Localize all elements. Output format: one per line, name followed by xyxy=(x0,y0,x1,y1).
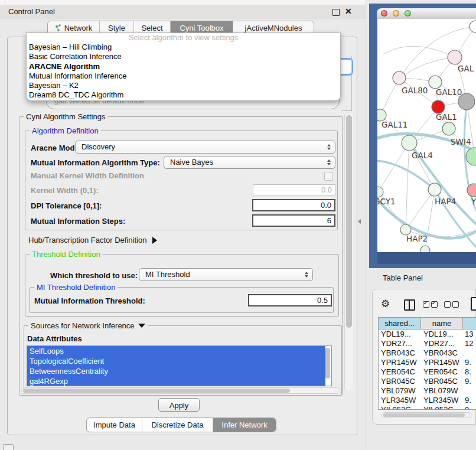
node-HAP4[interactable] xyxy=(428,183,441,196)
horizontal-scrollbar[interactable] xyxy=(21,387,340,394)
panel-title: Control Panel xyxy=(8,7,55,16)
tab-infer-network[interactable]: Infer Network xyxy=(213,418,276,432)
attributes-scrollbar-thumb[interactable] xyxy=(325,348,330,379)
minimize-window-icon[interactable] xyxy=(393,10,399,17)
table-row[interactable]: YLR345WYLR345W9. xyxy=(379,396,476,405)
deselect-all-checkbox-icon[interactable] xyxy=(452,301,459,308)
node-label-gal10: GAL10 xyxy=(436,87,462,97)
column-header-hidden[interactable] xyxy=(463,318,476,329)
deselect-all-checkbox-icon[interactable] xyxy=(444,301,451,308)
network-edge[interactable] xyxy=(378,143,409,192)
attribute-item-selfloops[interactable]: SelfLoops xyxy=(27,346,325,356)
network-edge[interactable] xyxy=(406,143,409,230)
settings-group-title: Cyni Algorithm Settings xyxy=(24,112,107,121)
attribute-item-topologicalcoefficient[interactable]: TopologicalCoefficient xyxy=(27,356,325,366)
table-row[interactable]: YPR145WYPR145W9. xyxy=(379,358,476,367)
column-header-shared[interactable]: shared... xyxy=(379,318,421,329)
select-all-checkbox-icon[interactable] xyxy=(431,301,438,308)
aracne-mode-label: Aracne Mode: xyxy=(31,142,81,154)
column-header-name[interactable]: name xyxy=(421,318,463,329)
select-all-checkbox-icon[interactable] xyxy=(423,301,429,308)
close-icon[interactable]: ✕ xyxy=(345,6,352,16)
network-edge[interactable] xyxy=(406,190,435,230)
settings-scrollbar[interactable] xyxy=(344,114,353,390)
dropdown-item-mutual-information-inference[interactable]: Mutual Information Inference xyxy=(27,71,340,81)
chevron-right-icon xyxy=(152,237,157,244)
dropdown-item-bayesian-k2[interactable]: Bayesian – K2 xyxy=(27,81,340,90)
tab-label: Select xyxy=(141,24,162,32)
kernel-width-field[interactable]: 0.0 xyxy=(253,184,335,196)
table-body: YDL19...YDL19...13YDR27...YDR27...12YBR0… xyxy=(379,330,476,410)
table-scrollbar[interactable] xyxy=(382,412,471,418)
table-row[interactable]: YBR043CYBR043C xyxy=(379,348,476,358)
stepper-icon xyxy=(327,144,331,150)
table-row[interactable]: YIL052CYIL052C0. xyxy=(379,405,476,410)
node-SWI4[interactable] xyxy=(466,148,476,165)
node-GAL80[interactable] xyxy=(393,71,406,84)
node-label-gal11: GAL11 xyxy=(382,120,407,129)
hub-definition-toggle[interactable]: Hub/Transcription Factor Definition xyxy=(28,235,157,246)
table-scrollbar-thumb[interactable] xyxy=(383,413,465,417)
node-bottom[interactable] xyxy=(420,246,430,252)
attribute-item-gal4rgexp[interactable]: gal4RGexp xyxy=(27,376,325,386)
node-gal-pink[interactable] xyxy=(448,50,462,64)
tab-discretize-data[interactable]: Discretize Data xyxy=(142,418,213,432)
node-label-gal4: GAL4 xyxy=(412,151,433,160)
node-label-hap4: HAP4 xyxy=(435,197,456,206)
gear-icon[interactable]: ⚙ xyxy=(381,298,390,310)
dropdown-item-dream8-dc-tdc-algorithm[interactable]: Dream8 DC_TDC Algorithm xyxy=(27,90,340,100)
algorithm-dropdown-popup: Select algorithm to view settings Bayesi… xyxy=(26,32,341,101)
panel-resize-arrow-icon[interactable] xyxy=(358,219,361,224)
node-GCY1[interactable] xyxy=(377,187,383,197)
network-canvas[interactable]: GALGAL80GAL10GAL1GAL11SWI4GAL4GCY1HAP4YH… xyxy=(377,19,476,252)
attribute-item-betweennesscentrality[interactable]: BetweennessCentrality xyxy=(27,366,325,376)
data-attributes-label: Data Attributes xyxy=(27,334,82,344)
mi-type-select[interactable]: Naive Bayes xyxy=(164,156,335,169)
table-row[interactable]: YDR27...YDR27...12 xyxy=(379,339,476,348)
which-threshold-select[interactable]: MI Threshold xyxy=(139,268,313,281)
dpi-tolerance-label: DPI Tolerance [0,1]: xyxy=(31,201,102,211)
node-GAL4[interactable] xyxy=(402,135,417,151)
dropdown-item-basic-correlation-inference[interactable]: Basic Correlation Inference xyxy=(27,52,340,61)
node-GAL1[interactable] xyxy=(442,122,455,135)
table-cell: YBR045C xyxy=(379,377,421,386)
node-GAL10[interactable] xyxy=(429,76,442,89)
mi-steps-label: Mutual Information Steps: xyxy=(31,216,125,227)
chevron-down-icon xyxy=(138,324,145,328)
aracne-mode-select[interactable]: Discovery xyxy=(75,141,335,154)
threshold-definition-title: Threshold Definition xyxy=(30,250,103,259)
node-top[interactable] xyxy=(470,21,476,32)
zoom-window-icon[interactable] xyxy=(405,10,411,17)
mi-steps-field[interactable]: 6 xyxy=(252,214,335,227)
network-window-titlebar[interactable] xyxy=(377,8,476,19)
manual-kernel-label: Manual Kernel Width Definition xyxy=(31,171,144,181)
table-cell xyxy=(463,348,476,358)
sources-toggle[interactable]: Sources for Network Inference xyxy=(28,321,148,330)
new-table-icon[interactable] xyxy=(471,297,476,311)
table-row[interactable]: YDL19...YDL19...13 xyxy=(379,330,476,339)
node-label-y: Y xyxy=(471,197,476,206)
node-label-gal80: GAL80 xyxy=(402,86,428,95)
apply-button[interactable]: Apply xyxy=(158,398,200,412)
settings-scrollbar-thumb[interactable] xyxy=(346,115,352,328)
float-panel-icon[interactable] xyxy=(332,9,340,16)
groupbox-fragment xyxy=(341,56,352,111)
mi-threshold-field[interactable]: 0.5 xyxy=(248,294,332,306)
node-GAL11[interactable] xyxy=(377,109,386,121)
table-row[interactable]: YER054CYER054C8. xyxy=(379,367,476,377)
node-red[interactable] xyxy=(432,100,445,113)
close-window-icon[interactable] xyxy=(381,10,387,17)
horizontal-scrollbar-thumb[interactable] xyxy=(23,389,290,393)
tab-impute-data[interactable]: Impute Data xyxy=(87,418,142,432)
table-row[interactable]: YBL079WYBL079W xyxy=(379,386,476,396)
dropdown-item-aracne-algorithm[interactable]: ARACNE Algorithm xyxy=(27,62,340,71)
table-cell: YBL079W xyxy=(379,386,421,396)
data-attributes-list[interactable]: SelfLoopsTopologicalCoefficientBetweenne… xyxy=(27,345,332,386)
dpi-tolerance-field[interactable]: 0.0 xyxy=(252,199,335,211)
columns-icon[interactable] xyxy=(404,299,415,311)
network-edge[interactable] xyxy=(383,46,455,57)
manual-kernel-checkbox[interactable] xyxy=(324,172,333,181)
dock-icon[interactable] xyxy=(3,444,14,450)
table-row[interactable]: YBR045CYBR045C9. xyxy=(379,377,476,386)
dropdown-item-bayesian-hill-climbing[interactable]: Bayesian – Hill Climbing xyxy=(27,43,340,52)
